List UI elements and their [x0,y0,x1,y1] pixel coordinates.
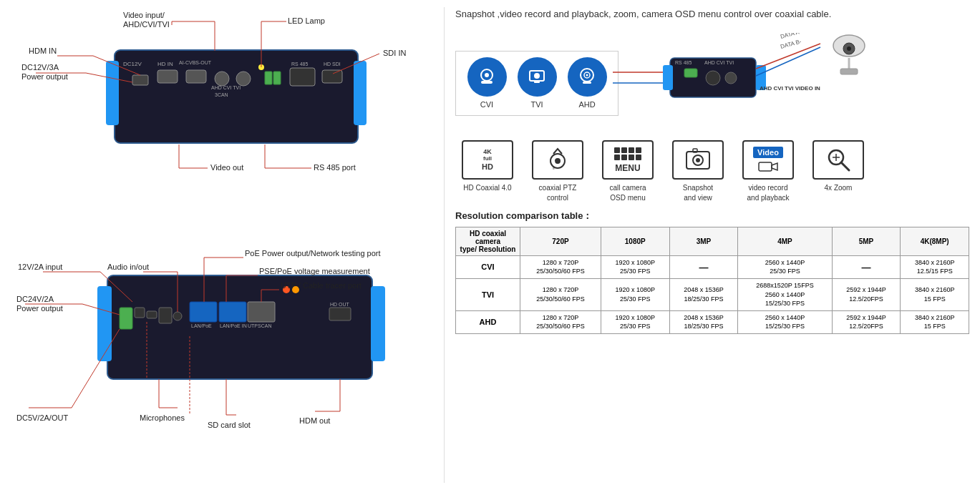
resolution-title: Resolution comparison table： [455,210,969,222]
feature-description: Snapshot ,video record and playback, zoo… [455,7,969,22]
svg-text:LAN/PoE IN: LAN/PoE IN [220,323,247,328]
svg-rect-48 [147,311,157,318]
hd-coaxial-label: HD Coaxial 4.0 [463,184,511,192]
svg-rect-47 [135,308,145,318]
ahd-4mp-cell: 2560 x 1440P15/25/30 FPS [738,310,832,333]
svg-text:Video input/: Video input/ [123,11,165,19]
svg-point-95 [485,73,489,77]
tvi-4k-cell: 3840 x 2160P15 FPS [901,278,969,310]
svg-text:AHD CVI TVI VIDEO IN: AHD CVI TVI VIDEO IN [760,85,820,92]
svg-rect-107 [663,65,673,90]
cvi-1080p-cell: 1920 x 1080P25/30 FPS [601,255,669,278]
svg-text:HDM IN: HDM IN [29,46,57,55]
svg-text:DC5V/2A/OUT: DC5V/2A/OUT [16,413,68,422]
ptz-label: coaxial PTZ control [539,184,577,202]
svg-text:HD IN: HD IN [157,61,173,67]
cvi-4k-cell: 3840 x 2160P12.5/15 FPS [901,255,969,278]
ahd-label: AHD [578,100,595,109]
svg-text:AI-CVBS-OUT: AI-CVBS-OUT [179,60,212,65]
svg-rect-53 [248,302,275,322]
svg-text:AHD CVI TVI: AHD CVI TVI [211,85,241,90]
table-row: TVI 1280 x 720P25/30/50/60 FPS 1920 x 10… [456,278,969,310]
svg-rect-5 [186,70,206,83]
svg-point-50 [173,312,182,320]
cvi-type-cell: CVI [456,255,520,278]
bottom-device-svg: LAN/PoE LAN/PoE IN UTPSCAN HD OUT 12V/2A… [14,236,444,472]
tvi-4mp-cell: 2688x1520P 15FPS2560 x 1440P15/25/30 FPS [738,278,832,310]
svg-rect-11 [322,70,342,83]
svg-rect-45 [371,286,385,361]
svg-text:RS 485: RS 485 [675,60,692,65]
svg-rect-56 [329,308,351,320]
tvi-3mp-cell: 2048 x 1536P18/25/30 FPS [669,278,738,310]
table-header-row: HD coaxial cameratype/ Resolution 720P 1… [456,227,969,255]
feature-zoom: 4x Zoom [806,140,870,192]
svg-rect-103 [583,82,591,84]
svg-rect-4 [157,70,178,83]
connection-svg: DATA A+ DATA B- AHD CVI TVI VIDEO IN RS … [613,33,899,133]
top-device-section: DC12V HD IN AI-CVBS-OUT AHD CVI TVI 3CAN… [14,7,430,229]
svg-text:HD OUT: HD OUT [330,302,350,307]
feature-icons-row: 4K full HD HD Coaxial 4.0 + ≡ [455,140,969,202]
svg-point-125 [555,158,561,164]
col-header-5mp: 5MP [832,227,901,255]
svg-rect-0 [115,50,358,143]
video-icon: Video [742,140,794,180]
snapshot-icon [672,140,724,180]
top-device-svg: DC12V HD IN AI-CVBS-OUT AHD CVI TVI 3CAN… [14,7,444,229]
svg-text:DATA B-: DATA B- [780,38,802,50]
cvi-5mp-cell: — [832,255,901,278]
svg-rect-1 [106,61,119,125]
svg-rect-2 [354,61,367,125]
feature-ptz: + ≡ coaxial PTZ control [525,140,590,202]
svg-text:UTPSCAN: UTPSCAN [248,323,271,328]
right-panel: Snapshot ,video record and playback, zoo… [445,0,980,490]
osd-icon: MENU [602,140,654,180]
svg-text:PoE Power output/Network testi: PoE Power output/Network testing port [245,249,381,258]
svg-point-102 [586,74,588,77]
svg-marker-133 [772,163,777,170]
svg-text:SDI IN: SDI IN [383,49,406,57]
col-header-3mp: 3MP [669,227,738,255]
svg-point-111 [725,72,737,84]
osd-label: call camera OSD menu [609,184,646,202]
cvi-3mp-cell: — [669,255,738,278]
main-container: DC12V HD IN AI-CVBS-OUT AHD CVI TVI 3CAN… [0,0,980,490]
svg-rect-131 [693,149,697,152]
svg-rect-49 [159,308,172,323]
zoom-icon [812,140,864,180]
svg-text:Power output: Power output [16,304,63,313]
cvi-4mp-cell: 2560 x 1440P25/30 FPS [738,255,832,278]
camera-icons-group: CVI TVI [455,51,618,116]
svg-point-130 [696,158,700,162]
ahd-camera-icon [568,57,607,97]
svg-rect-10 [290,68,315,86]
cvi-camera-icon [467,57,507,97]
tvi-camera-icon [518,57,557,97]
left-panel: DC12V HD IN AI-CVBS-OUT AHD CVI TVI 3CAN… [0,0,444,490]
svg-text:LED Lamp: LED Lamp [288,16,325,25]
svg-text:DC12V/3A: DC12V/3A [21,63,59,72]
tvi-5mp-cell: 2592 x 1944P12.5/20FPS [832,278,901,310]
col-header-4mp: 4MP [738,227,832,255]
bottom-device-section: LAN/PoE LAN/PoE IN UTPSCAN HD OUT 12V/2A… [14,236,430,479]
tvi-type-cell: TVI [456,278,520,310]
svg-rect-109 [684,69,697,77]
svg-text:Power output: Power output [21,72,68,81]
svg-line-113 [756,47,820,76]
svg-point-116 [847,46,851,51]
svg-point-110 [706,71,720,85]
svg-point-98 [534,73,540,79]
ptz-icon: + ≡ [532,140,583,180]
ahd-1080p-cell: 1920 x 1080P25/30 FPS [601,310,669,333]
svg-rect-51 [190,302,217,322]
svg-text:AHD CVI TVI: AHD CVI TVI [704,60,734,65]
table-row: AHD 1280 x 720P25/30/50/60 FPS 1920 x 10… [456,310,969,333]
svg-rect-132 [759,162,772,171]
svg-text:Microphones: Microphones [140,413,185,422]
svg-text:≡: ≡ [553,166,555,170]
col-header-1080p: 1080P [601,227,669,255]
svg-text:HDM out: HDM out [299,416,330,425]
svg-text:Video out: Video out [210,163,243,172]
ahd-5mp-cell: 2592 x 1944P12.5/20FPS [832,310,901,333]
